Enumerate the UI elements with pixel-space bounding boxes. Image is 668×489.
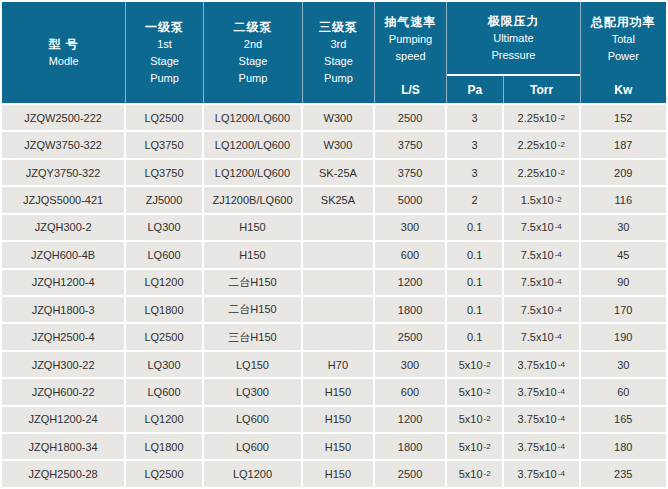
header-pump-2nd-en-line: Stage — [204, 53, 302, 70]
cell-pumping-speed: 3750 — [375, 160, 448, 185]
cell-pump-1st: LQ600 — [126, 379, 204, 404]
header-ultimate-pressure: 极限压力 Ultimate Pressure Pa Torr — [447, 2, 580, 103]
table-row: JZQH1800-3LQ1800二台H15018000.17.5x10-4170 — [2, 297, 666, 324]
cell-pump-3rd — [303, 270, 375, 295]
cell-pump-1st: LQ600 — [126, 242, 204, 267]
cell-pressure-pa: 3 — [447, 132, 504, 157]
cell-pressure-torr: 3.75x10-4 — [504, 352, 581, 377]
cell-pressure-torr: 7.5x10-4 — [504, 297, 581, 322]
cell-pressure-torr: 1.5x10-2 — [504, 187, 581, 212]
cell-pump-1st: LQ2500 — [126, 105, 204, 130]
cell-pressure-torr: 3.75x10-4 — [504, 379, 581, 404]
cell-pressure-torr: 2.25x10-2 — [504, 160, 581, 185]
cell-pump-1st: LQ1200 — [126, 270, 204, 295]
table-row: JZQH600-4BLQ600H1506000.17.5x10-445 — [2, 242, 666, 269]
cell-pumping-speed: 1200 — [375, 407, 448, 432]
header-pumping-speed: 抽气速率 Pumping speed L/S — [375, 2, 448, 103]
header-power-unit: Kw — [581, 76, 667, 103]
cell-pump-1st: LQ1800 — [126, 434, 204, 459]
cell-power-kw: 90 — [581, 270, 667, 295]
cell-pumping-speed: 600 — [375, 379, 448, 404]
cell-pressure-pa: 0.1 — [447, 324, 504, 349]
cell-model: JZQH600-4B — [2, 242, 126, 267]
cell-pressure-torr: 7.5x10-4 — [504, 215, 581, 240]
table-row: JZQH2500-4LQ2500三台H15025000.17.5x10-4190 — [2, 324, 666, 351]
cell-power-kw: 30 — [581, 352, 667, 377]
pump-spec-table: 型 号 Modle 一级泵 1st Stage Pump 二级泵 2nd Sta… — [0, 0, 668, 489]
cell-model: JZQW3750-322 — [2, 132, 126, 157]
header-pump-3rd-en-line: Stage — [303, 53, 374, 70]
cell-pump-3rd: H150 — [303, 461, 375, 486]
cell-pressure-pa: 0.1 — [447, 270, 504, 295]
table-row: JZQH600-22LQ600LQ300H1506005x10-23.75x10… — [2, 379, 666, 406]
cell-pressure-torr: 3.75x10-4 — [504, 434, 581, 459]
header-ultimate-pressure-title: 极限压力 Ultimate Pressure — [447, 2, 579, 76]
cell-power-kw: 152 — [581, 105, 667, 130]
cell-model: JZQH2500-4 — [2, 324, 126, 349]
header-pump-3rd-en-line: 3rd — [303, 36, 374, 53]
cell-pump-1st: LQ1200 — [126, 407, 204, 432]
cell-model: JZJQS5000-421 — [2, 187, 126, 212]
cell-pressure-torr: 7.5x10-4 — [504, 270, 581, 295]
header-model-en: Modle — [2, 53, 125, 70]
cell-pressure-torr: 7.5x10-4 — [504, 324, 581, 349]
cell-pump-1st: LQ2500 — [126, 461, 204, 486]
cell-pressure-pa: 3 — [447, 160, 504, 185]
table-body: JZQW2500-222LQ2500LQ1200/LQ600W300250032… — [2, 105, 666, 487]
cell-pumping-speed: 3750 — [375, 132, 448, 157]
header-total-power: 总配用功率 Total Power Kw — [581, 2, 667, 103]
header-pressure-subunits: Pa Torr — [447, 76, 579, 103]
cell-pump-1st: LQ3750 — [126, 132, 204, 157]
cell-pressure-pa: 5x10-2 — [447, 434, 504, 459]
cell-pressure-pa: 2 — [447, 187, 504, 212]
header-pump-2nd: 二级泵 2nd Stage Pump — [204, 2, 303, 103]
cell-pressure-pa: 5x10-2 — [447, 407, 504, 432]
cell-power-kw: 190 — [581, 324, 667, 349]
cell-pressure-torr: 2.25x10-2 — [504, 105, 581, 130]
header-total-power-title: 总配用功率 Total Power — [581, 2, 667, 76]
cell-pumping-speed: 1200 — [375, 270, 448, 295]
cell-pump-3rd: H150 — [303, 434, 375, 459]
table-row: JZQH300-22LQ300LQ150H703005x10-23.75x10-… — [2, 352, 666, 379]
cell-pressure-torr: 2.25x10-2 — [504, 132, 581, 157]
cell-pump-1st: ZJ5000 — [126, 187, 204, 212]
cell-pressure-pa: 5x10-2 — [447, 461, 504, 486]
header-pressure-en-line: Pressure — [447, 47, 579, 64]
cell-model: JZQH1800-34 — [2, 434, 126, 459]
cell-model: JZQH600-22 — [2, 379, 126, 404]
cell-power-kw: 187 — [581, 132, 667, 157]
cell-pumping-speed: 300 — [375, 215, 448, 240]
cell-pump-3rd: H150 — [303, 379, 375, 404]
header-pump-3rd-zh: 三级泵 — [303, 18, 374, 36]
cell-pressure-pa: 3 — [447, 105, 504, 130]
cell-pump-1st: LQ300 — [126, 352, 204, 377]
cell-pressure-torr: 3.75x10-4 — [504, 461, 581, 486]
header-pumping-speed-en-line: Pumping — [375, 31, 447, 48]
cell-pressure-pa: 0.1 — [447, 242, 504, 267]
table-row: JZQH1800-34LQ1800LQ600H15018005x10-23.75… — [2, 434, 666, 461]
cell-model: JZQH2500-28 — [2, 461, 126, 486]
table-row: JZJQS5000-421ZJ5000ZJ1200B/LQ600SK25A500… — [2, 187, 666, 214]
cell-pump-3rd: W300 — [303, 105, 375, 130]
cell-pump-3rd — [303, 215, 375, 240]
cell-pressure-pa: 5x10-2 — [447, 352, 504, 377]
cell-power-kw: 180 — [581, 434, 667, 459]
header-pump-2nd-zh: 二级泵 — [204, 18, 302, 36]
cell-pump-2nd: LQ150 — [204, 352, 303, 377]
cell-pressure-pa: 0.1 — [447, 215, 504, 240]
cell-power-kw: 116 — [581, 187, 667, 212]
header-power-zh: 总配用功率 — [581, 13, 667, 31]
header-pump-1st-en-line: Stage — [126, 53, 203, 70]
header-model-zh: 型 号 — [2, 35, 125, 53]
cell-model: JZQH300-2 — [2, 215, 126, 240]
cell-pumping-speed: 5000 — [375, 187, 448, 212]
cell-pumping-speed: 2500 — [375, 324, 448, 349]
table-row: JZQW3750-322LQ3750LQ1200/LQ600W300375032… — [2, 132, 666, 159]
cell-pump-2nd: H150 — [204, 215, 303, 240]
cell-pump-3rd: H70 — [303, 352, 375, 377]
cell-pump-2nd: LQ1200/LQ600 — [204, 132, 303, 157]
header-pumping-speed-title: 抽气速率 Pumping speed — [375, 2, 447, 76]
cell-pumping-speed: 300 — [375, 352, 448, 377]
header-pressure-en-line: Ultimate — [447, 30, 579, 47]
table-row: JZQY3750-322LQ3750LQ1200/LQ600SK-25A3750… — [2, 160, 666, 187]
